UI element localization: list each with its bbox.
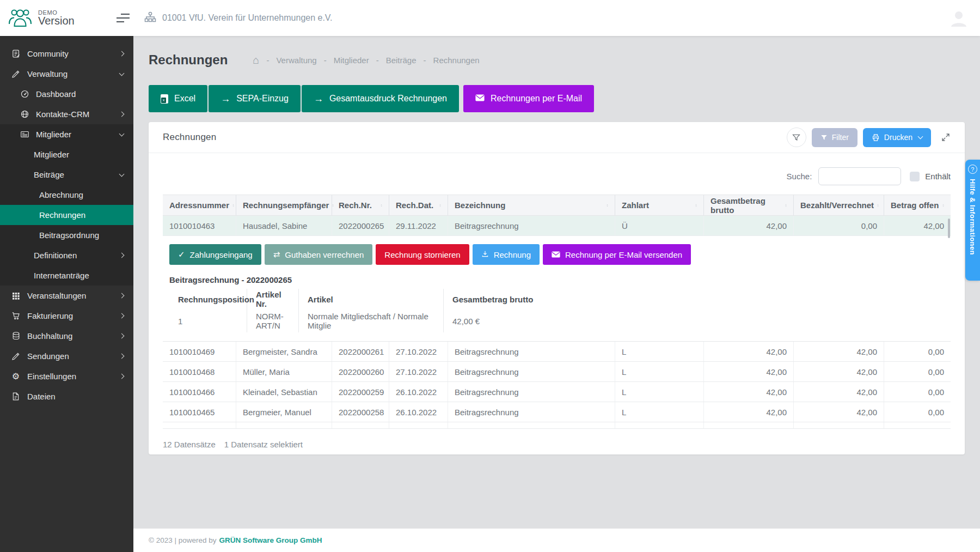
card-body: Suche: Enthält Adressnummer Rechnungsemp… [149,153,965,454]
sort-icon[interactable] [692,202,697,209]
column-header-adressnummer[interactable]: Adressnummer [163,195,236,215]
filter-toggle-icon-button[interactable] [787,128,806,147]
sitemap-icon [144,11,156,25]
chevron-right-icon [119,354,125,359]
cell-rech-dat: 26.10.2022 [389,382,448,402]
sidebar-item-label: Fakturierung [27,311,73,320]
zahlungseingang-button[interactable]: ✓ Zahlungseingang [169,244,261,265]
guthaben-verrechnen-button[interactable]: ⇄ Guthaben verrechnen [265,244,373,265]
expand-fullscreen-icon[interactable] [941,132,951,142]
sort-icon[interactable] [436,202,441,209]
chevron-right-icon [119,293,125,299]
cell-bezahlt: 42,00 [794,362,884,381]
table-row[interactable]: 1010010465 Bergmeier, Manuel 2022000258 … [163,402,951,422]
app-logo[interactable]: DEMO Version [0,5,133,31]
sepa-einzug-button[interactable]: → SEPA-Einzug [209,85,301,112]
button-label: Filter [832,133,849,142]
breadcrumb-item[interactable]: Beiträge [386,56,416,65]
sidebar-item-beitraege[interactable]: Beiträge [0,165,133,185]
sort-icon[interactable] [603,202,608,209]
cell-bezahlt: 42,00 [794,342,884,361]
drucken-button[interactable]: Drucken [863,128,931,147]
sidebar-item-internetantraege[interactable]: Internetanträge [0,265,133,286]
sort-icon[interactable] [874,202,879,209]
sidebar-item-abrechnung[interactable]: Abrechnung [0,185,133,205]
column-label: Adressnummer [169,201,229,210]
cell-betrag-offen: 42,00 [884,216,951,235]
breadcrumb-item[interactable]: Rechnungen [433,56,480,65]
sidebar-item-beitragsordnung[interactable]: Beitragsordnung [0,225,133,245]
rechnung-email-button[interactable]: Rechnung per E-Mail versenden [543,244,691,265]
filter-button[interactable]: Filter [812,128,857,147]
sidebar-item-rechnungen[interactable]: Rechnungen [0,205,133,225]
organization-selector[interactable]: 01001 VfU. Verein für Unternehmungen e.V… [144,11,333,25]
home-icon[interactable]: ⌂ [253,54,259,65]
chevron-right-icon [119,333,125,339]
help-informationen-tab[interactable]: ? Hilfe & Informationen [965,160,980,281]
column-label: Gesamtbetrag brutto [710,196,782,215]
content-body: Rechnungen ⌂ - Verwaltung - Mitglieder -… [133,36,980,529]
sort-icon[interactable] [377,202,382,209]
gesamtausdruck-button[interactable]: → Gesamtausdruck Rechnungen [302,85,459,112]
excel-export-button[interactable]: Excel [149,85,207,112]
sidebar-item-community[interactable]: Community [0,44,133,64]
sort-icon[interactable] [939,202,944,209]
table-row[interactable]: 1010010468 Müller, Maria 2022000260 27.1… [163,362,951,382]
cell-rech-nr: 2022000259 [332,382,389,402]
table-scrollbar[interactable] [948,219,950,238]
sidebar-item-mitglieder[interactable]: Mitglieder [0,124,133,144]
column-label: Betrag offen [891,201,939,210]
column-header-rech-dat[interactable]: Rech.Dat. [389,195,448,215]
breadcrumb-separator: - [324,56,327,65]
sidebar-item-sendungen[interactable]: Sendungen [0,346,133,366]
search-input[interactable] [818,167,901,185]
rechnung-stornieren-button[interactable]: Rechnung stornieren [376,244,469,265]
cell-rech-nr: 2022000265 [332,216,389,235]
arrow-right-icon: → [314,94,323,104]
rechnungen-per-email-button[interactable]: Rechnungen per E-Mail [463,85,594,112]
sidebar-toggle-button[interactable] [115,12,130,24]
column-header-zahlart[interactable]: Zahlart [615,195,704,215]
contains-checkbox[interactable] [910,172,920,181]
envelope-icon [552,250,560,259]
table-row-selected[interactable]: 1010010463 Hausadel, Sabine 2022000265 2… [163,216,951,236]
cell-gesamtbetrag: 42,00 [704,382,794,402]
sidebar-item-dateien[interactable]: Dateien [0,386,133,407]
cell-rech-dat: 27.10.2022 [389,362,448,381]
sort-icon[interactable] [782,202,787,209]
table-row[interactable]: 1010010466 Kleinadel, Sebastian 20220002… [163,382,951,402]
vendor-link[interactable]: GRÜN Software Group GmbH [219,536,322,544]
rechnung-download-button[interactable]: Rechnung [473,244,540,265]
sidebar-item-kontakte-crm[interactable]: Kontakte-CRM [0,104,133,124]
breadcrumb-separator: - [424,56,426,65]
sidebar-item-verwaltung[interactable]: Verwaltung [0,64,133,84]
column-header-rech-nr[interactable]: Rech.Nr. [332,195,389,215]
table-row[interactable]: 1010010469 Bergmeister, Sandra 202200026… [163,342,951,362]
sidebar-item-veranstaltungen[interactable]: Veranstaltungen [0,286,133,306]
column-header-bezeichnung[interactable]: Bezeichnung [448,195,615,215]
sidebar-item-definitionen[interactable]: Definitionen [0,245,133,265]
button-label: Drucken [884,133,912,142]
user-avatar[interactable] [948,8,969,28]
sidebar-item-buchhaltung[interactable]: Buchhaltung [0,326,133,346]
breadcrumb-separator: - [376,56,379,65]
cell-zahlart: L [615,342,704,361]
sort-icon[interactable] [229,202,234,209]
detail-heading: Beitragsrechnung - 2022000265 [169,275,944,284]
sidebar-item-einstellungen[interactable]: ⚙ Einstellungen [0,366,133,386]
sidebar-item-mitglieder-list[interactable]: Mitglieder [0,144,133,165]
copyright-text: © 2023 | powered by [149,536,217,544]
breadcrumb: ⌂ - Verwaltung - Mitglieder - Beiträge -… [253,54,479,65]
breadcrumb-item[interactable]: Mitglieder [334,56,369,65]
chevron-down-icon [918,134,923,139]
column-header-gesamtbetrag[interactable]: Gesamtbetrag brutto [704,195,794,215]
chevron-down-icon [119,70,125,76]
cell-gesamtbetrag: 42,00 [704,362,794,381]
sidebar-item-dashboard[interactable]: Dashboard [0,84,133,104]
column-header-rechnungsempfaenger[interactable]: Rechnungsempfänger [236,195,332,215]
column-header-bezahlt[interactable]: Bezahlt/Verrechnet [794,195,884,215]
breadcrumb-item[interactable]: Verwaltung [276,56,316,65]
total-records-label: 12 Datensätze [163,440,216,449]
sidebar-item-fakturierung[interactable]: Fakturierung [0,306,133,326]
column-header-betrag-offen[interactable]: Betrag offen [884,195,951,215]
